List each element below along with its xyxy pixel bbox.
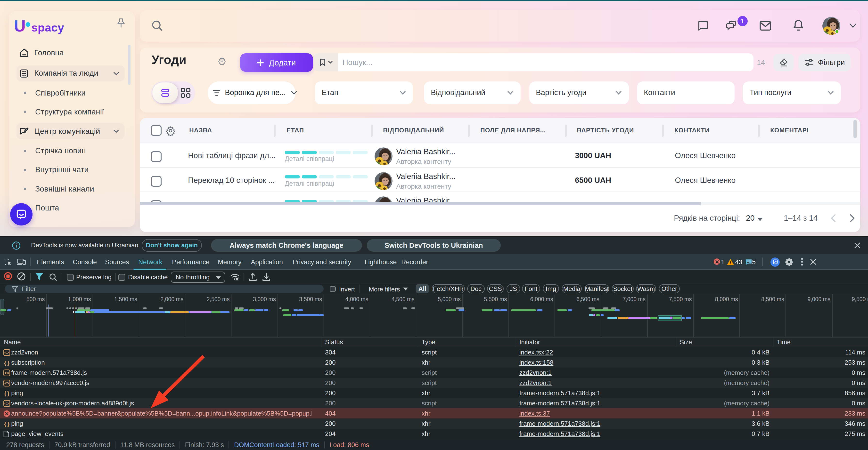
svg-text:<>: <> — [4, 381, 9, 386]
svg-text:spacy: spacy — [31, 21, 64, 34]
svg-text:<>: <> — [4, 350, 9, 355]
svg-text:<>: <> — [4, 401, 9, 406]
svg-text:U: U — [15, 18, 26, 35]
svg-text:{ }: { } — [4, 421, 9, 427]
svg-text:{ }: { } — [4, 390, 9, 396]
svg-text:{ }: { } — [4, 360, 9, 366]
svg-text:<>: <> — [4, 371, 9, 375]
